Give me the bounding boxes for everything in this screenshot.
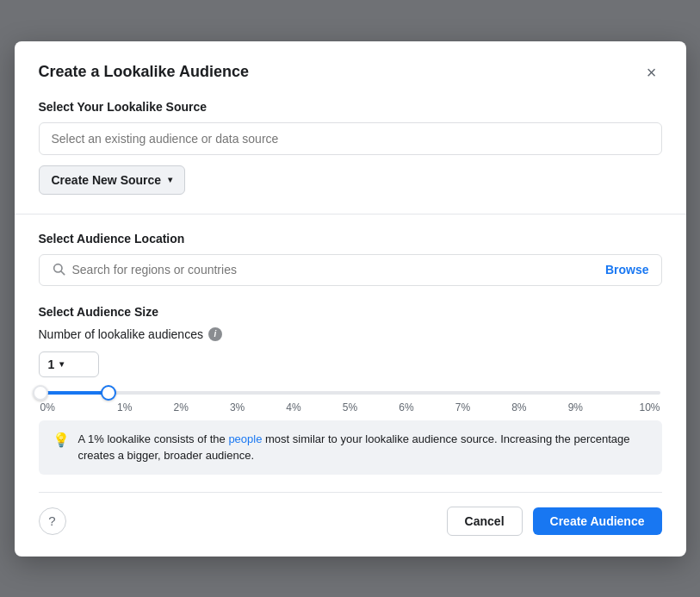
quantity-value: 1 (48, 358, 55, 371)
slider-label-0: 0% (40, 401, 96, 414)
footer-actions: Cancel Create Audience (447, 507, 662, 536)
modal-container: Create a Lookalike Audience × Select You… (15, 41, 686, 557)
create-audience-button[interactable]: Create Audience (533, 507, 662, 535)
location-search-wrapper: Browse (39, 254, 662, 286)
slider-label-2: 2% (152, 401, 208, 414)
close-button[interactable]: × (641, 62, 662, 83)
slider-label-9: 9% (548, 401, 604, 414)
info-box: 💡 A 1% lookalike consists of the people … (39, 420, 662, 475)
search-icon (52, 262, 65, 278)
location-section: Select Audience Location Browse (39, 232, 662, 286)
slider-labels: 0% 1% 2% 3% 4% 5% 6% 7% 8% 9% 10% (40, 401, 660, 414)
slider-label-4: 4% (265, 401, 321, 414)
slider-thumb-right[interactable] (101, 385, 116, 401)
slider-fill (40, 391, 108, 395)
slider-label-5: 5% (322, 401, 378, 414)
slider-container: 0% 1% 2% 3% 4% 5% 6% 7% 8% 9% 10% (39, 391, 662, 414)
slider-label-10: 10% (604, 401, 660, 414)
lightbulb-icon: 💡 (53, 432, 70, 448)
slider-label-6: 6% (378, 401, 434, 414)
cancel-button[interactable]: Cancel (447, 507, 523, 536)
size-row: Number of lookalike audiences i (39, 327, 662, 341)
browse-button[interactable]: Browse (605, 263, 649, 277)
modal-title: Create a Lookalike Audience (39, 63, 249, 81)
modal-backdrop: Create a Lookalike Audience × Select You… (0, 0, 700, 597)
info-text-before: A 1% lookalike consists of the (78, 432, 229, 445)
quantity-dropdown-arrow-icon: ▾ (59, 359, 64, 369)
slider-label-7: 7% (435, 401, 491, 414)
slider-label-1: 1% (96, 401, 152, 414)
source-section: Select Your Lookalike Source Create New … (39, 100, 662, 195)
slider-label-3: 3% (209, 401, 265, 414)
location-section-label: Select Audience Location (39, 232, 662, 246)
size-section: Select Audience Size Number of lookalike… (39, 305, 662, 377)
source-input[interactable] (39, 122, 662, 155)
info-link[interactable]: people (228, 432, 262, 445)
create-new-source-button[interactable]: Create New Source ▾ (39, 165, 186, 195)
help-icon: ? (48, 513, 55, 528)
source-section-label: Select Your Lookalike Source (39, 100, 662, 114)
dropdown-arrow-icon: ▾ (168, 175, 172, 184)
modal-footer: ? Cancel Create Audience (39, 492, 662, 536)
info-text: A 1% lookalike consists of the people mo… (78, 431, 648, 464)
svg-line-1 (61, 271, 65, 275)
location-search-input[interactable] (72, 263, 598, 277)
create-new-source-label: Create New Source (52, 173, 162, 187)
section-divider (15, 214, 686, 215)
size-sublabel: Number of lookalike audiences (39, 327, 203, 341)
help-button[interactable]: ? (39, 507, 66, 535)
slider-track[interactable] (40, 391, 660, 395)
quantity-selector[interactable]: 1 ▾ (39, 351, 99, 377)
size-section-label: Select Audience Size (39, 305, 662, 319)
info-icon: i (208, 327, 222, 341)
slider-thumb-left[interactable] (33, 385, 48, 401)
modal-header: Create a Lookalike Audience × (39, 62, 662, 83)
slider-label-8: 8% (491, 401, 547, 414)
